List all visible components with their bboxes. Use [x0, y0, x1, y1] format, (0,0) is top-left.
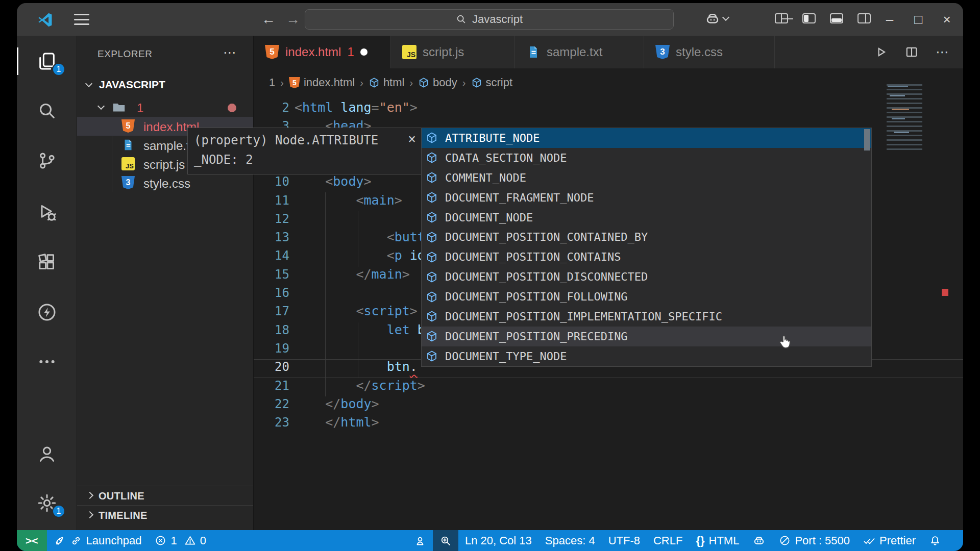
- suggest-item-DOCUMENT_POSITION_DISCONNECTED[interactable]: DOCUMENT_POSITION_DISCONNECTED: [422, 267, 871, 287]
- status-label: Ln 20, Col 13: [465, 534, 532, 547]
- line-number: 23: [254, 415, 289, 430]
- language-label: HTML: [709, 534, 740, 547]
- status-launchpad[interactable]: Launchpad: [47, 530, 149, 551]
- suggest-item-DOCUMENT_POSITION_PRECEDING[interactable]: DOCUMENT_POSITION_PRECEDING: [422, 327, 871, 346]
- suggest-item-CDATA_SECTION_NODE[interactable]: CDATA_SECTION_NODE: [422, 148, 871, 168]
- code-text: <html lang="en">: [295, 100, 418, 115]
- status-zoom[interactable]: [433, 530, 458, 551]
- activitybar-gear-icon[interactable]: 1: [17, 485, 77, 521]
- menu-icon[interactable]: [74, 14, 89, 25]
- minimize-button[interactable]: –: [875, 3, 904, 36]
- line-number: 10: [254, 174, 289, 189]
- suggest-item-DOCUMENT_NODE[interactable]: DOCUMENT_NODE: [422, 208, 871, 228]
- sidebar-header: EXPLORER ⋯: [77, 47, 253, 62]
- sidebar-title: EXPLORER: [97, 48, 152, 60]
- minimap[interactable]: [887, 84, 922, 151]
- line-number: 15: [254, 267, 289, 282]
- customize-layout-icon[interactable]: [775, 13, 788, 23]
- folder-error-dot: [228, 104, 236, 112]
- activity-bar: 11: [17, 36, 77, 530]
- warnings-icon: [184, 535, 196, 546]
- tooltip-line1: (property) Node.ATTRIBUTE: [194, 133, 378, 147]
- activitybar-extensions-icon[interactable]: [17, 244, 77, 280]
- maximize-button[interactable]: □: [904, 3, 933, 36]
- status-bar: >< Launchpad 1 0 Ln 20, Col 13Spaces: 4U…: [17, 530, 963, 551]
- status-lang[interactable]: {}HTML: [689, 530, 746, 551]
- rocket-icon: [54, 535, 66, 547]
- activitybar-files-icon[interactable]: 1: [17, 43, 77, 79]
- activitybar-account-icon[interactable]: [17, 436, 77, 472]
- suggest-item-DOCUMENT_POSITION_FOLLOWING[interactable]: DOCUMENT_POSITION_FOLLOWING: [422, 287, 871, 307]
- vscode-window: ← → Javascript – □ × 11: [17, 3, 963, 551]
- status-left: >< Launchpad 1 0: [17, 530, 213, 551]
- overview-ruler-error-mark: [942, 289, 948, 296]
- toggle-secondary-sidebar-icon[interactable]: [857, 13, 871, 23]
- activitybar-bolt-icon[interactable]: [17, 294, 77, 330]
- suggest-item-DOCUMENT_POSITION_CONTAINS[interactable]: DOCUMENT_POSITION_CONTAINS: [422, 247, 871, 267]
- close-button[interactable]: ×: [933, 3, 961, 36]
- suggest-item-DOCUMENT_TYPE_NODE[interactable]: DOCUMENT_TYPE_NODE: [422, 346, 871, 366]
- errors-count: 1: [170, 534, 177, 547]
- code-line-2[interactable]: 2 <html lang="en">: [254, 100, 963, 119]
- status-remote[interactable]: ><: [17, 530, 47, 551]
- code-text: </script>: [295, 378, 425, 393]
- status-label: Spaces: 4: [545, 534, 595, 547]
- status-ln-20-col-13[interactable]: Ln 20, Col 13: [458, 530, 538, 551]
- timeline-label: TIMELINE: [99, 510, 148, 521]
- line-number: 12: [254, 212, 289, 226]
- suggest-item-DOCUMENT_POSITION_CONTAINED_BY[interactable]: DOCUMENT_POSITION_CONTAINED_BY: [422, 227, 871, 247]
- more-actions-icon[interactable]: ⋯: [223, 45, 237, 61]
- activitybar-debug-icon[interactable]: [17, 194, 77, 230]
- command-center-search[interactable]: Javascript: [305, 9, 674, 30]
- folder-row[interactable]: 1: [77, 98, 253, 117]
- status-bell[interactable]: [922, 530, 948, 551]
- suggest-label: CDATA_SECTION_NODE: [445, 152, 567, 164]
- forward-button[interactable]: →: [285, 11, 301, 28]
- code-line-23[interactable]: 23 </html>: [254, 415, 963, 434]
- suggest-item-COMMENT_NODE[interactable]: COMMENT_NODE: [422, 168, 871, 188]
- status-copilot[interactable]: [746, 530, 772, 551]
- tooltip-close-icon[interactable]: ×: [408, 131, 416, 146]
- activitybar-ellipsis-icon[interactable]: [17, 344, 77, 380]
- status-prettier[interactable]: Prettier: [856, 530, 922, 551]
- back-button[interactable]: ←: [261, 11, 276, 28]
- title-bar: ← → Javascript – □ ×: [17, 3, 963, 36]
- line-number: 19: [254, 341, 289, 356]
- activitybar-search-icon[interactable]: [17, 93, 77, 129]
- code-line-22[interactable]: 22 </body>: [254, 396, 963, 415]
- suggest-item-DOCUMENT_FRAGMENT_NODE[interactable]: DOCUMENT_FRAGMENT_NODE: [422, 188, 871, 208]
- code-line-21[interactable]: 21 </script>: [254, 378, 963, 397]
- line-number: 22: [254, 397, 289, 411]
- suggest-item-DOCUMENT_POSITION_IMPLEMENTATION_SPECIFIC[interactable]: DOCUMENT_POSITION_IMPLEMENTATION_SPECIFI…: [422, 307, 871, 327]
- tooltip-line2: _NODE: 2: [194, 153, 253, 167]
- status-label: UTF-8: [608, 534, 640, 547]
- zoom-in-icon: [439, 535, 452, 547]
- code-text: </html>: [295, 415, 379, 430]
- copilot-icon: [705, 11, 720, 27]
- suggest-scrollbar[interactable]: [864, 129, 870, 151]
- outline-panel[interactable]: OUTLINE: [77, 486, 253, 505]
- suggest-widget: ATTRIBUTE_NODECDATA_SECTION_NODECOMMENT_…: [421, 128, 872, 367]
- activitybar-source-control-icon[interactable]: [17, 143, 77, 179]
- copilot-status-icon: [752, 534, 766, 547]
- folder-icon: [111, 100, 127, 115]
- code-text: <body>: [295, 174, 372, 189]
- status-problems[interactable]: 1 0: [148, 530, 213, 551]
- status-crlf[interactable]: CRLF: [647, 530, 689, 551]
- mouse-cursor: [777, 334, 793, 353]
- timeline-panel[interactable]: TIMELINE: [77, 505, 253, 524]
- status-spaces-4[interactable]: Spaces: 4: [538, 530, 602, 551]
- file-row-style.css[interactable]: 3 style.css: [77, 173, 253, 192]
- section-javascript[interactable]: JAVASCRIPT: [77, 75, 253, 94]
- suggest-item-ATTRIBUTE_NODE[interactable]: ATTRIBUTE_NODE: [422, 128, 871, 148]
- outline-label: OUTLINE: [99, 490, 144, 502]
- suggest-label: DOCUMENT_POSITION_CONTAINED_BY: [445, 231, 648, 243]
- txt-file-icon: [121, 138, 135, 152]
- status-port[interactable]: Port : 5500: [772, 530, 856, 551]
- status-utf-8[interactable]: UTF-8: [602, 530, 647, 551]
- toggle-panel-icon[interactable]: [830, 13, 843, 23]
- status-screencast[interactable]: [407, 530, 433, 551]
- copilot-button[interactable]: [705, 11, 728, 27]
- toggle-primary-sidebar-icon[interactable]: [802, 13, 816, 23]
- code-text: </body>: [295, 396, 379, 411]
